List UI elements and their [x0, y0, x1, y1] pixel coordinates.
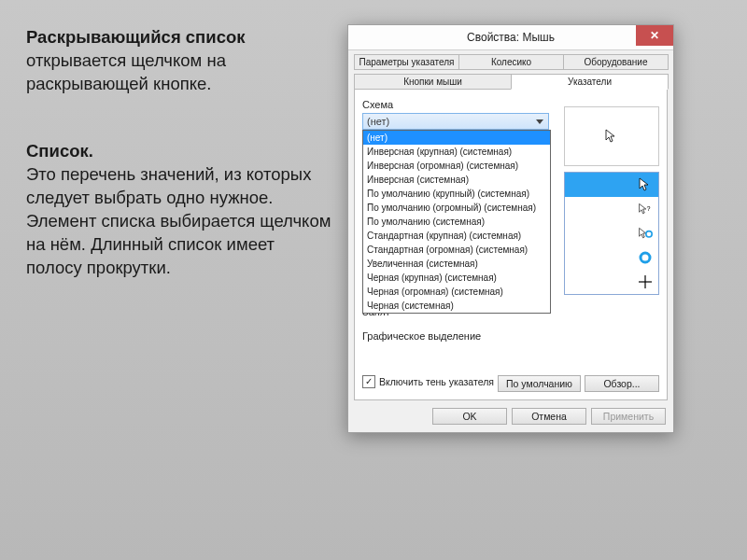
- tab-pointer-options[interactable]: Параметры указателя: [354, 54, 459, 70]
- schema-option[interactable]: Стандартная (огромная) (системная): [363, 243, 550, 257]
- schema-dropdown-list[interactable]: (нет) Инверсная (крупная) (системная) Ин…: [362, 130, 551, 314]
- dialog-footer: OK Отмена Применить: [348, 400, 673, 432]
- cancel-button[interactable]: Отмена: [512, 408, 586, 425]
- heading-list: Список.: [26, 141, 93, 161]
- enable-shadow-label: Включить тень указателя: [379, 376, 494, 387]
- tabs-row-2: Кнопки мыши Указатели: [354, 74, 668, 90]
- schema-option[interactable]: По умолчанию (крупный) (системная): [363, 187, 550, 201]
- window-title: Свойства: Мышь: [467, 31, 555, 44]
- busy-cursor-icon: [638, 250, 653, 265]
- svg-text:?: ?: [647, 204, 651, 213]
- precision-cursor-icon: [638, 274, 653, 289]
- browse-button[interactable]: Обзор...: [585, 375, 659, 392]
- schema-option[interactable]: (нет): [363, 131, 550, 145]
- cursor-list[interactable]: ?: [564, 172, 659, 295]
- cursor-preview: [564, 106, 659, 166]
- cursor-row-help[interactable]: ?: [565, 197, 658, 221]
- cursor-row-working[interactable]: [565, 221, 658, 245]
- schema-option[interactable]: Черная (системная): [363, 299, 550, 313]
- schema-dropdown-value: (нет): [367, 116, 389, 127]
- schema-option[interactable]: По умолчанию (огромный) (системная): [363, 201, 550, 215]
- tab-buttons[interactable]: Кнопки мыши: [354, 74, 512, 90]
- cursor-row-precision[interactable]: [565, 270, 658, 294]
- chevron-down-icon: [532, 115, 546, 128]
- apply-button[interactable]: Применить: [591, 408, 666, 425]
- schema-option[interactable]: Инверсная (огромная) (системная): [363, 159, 550, 173]
- titlebar[interactable]: Свойства: Мышь ✕: [348, 25, 673, 50]
- svg-point-2: [641, 253, 650, 262]
- svg-point-1: [646, 231, 652, 237]
- mouse-properties-dialog: Свойства: Мышь ✕ Параметры указателя Кол…: [347, 24, 674, 433]
- schema-option[interactable]: По умолчанию (системная): [363, 215, 550, 229]
- help-cursor-icon: ?: [638, 202, 653, 217]
- schema-option[interactable]: Инверсная (системная): [363, 173, 550, 187]
- heading-dropdown: Раскрывающийся список: [26, 27, 246, 47]
- arrow-cursor-icon: [638, 177, 653, 192]
- tabs-row-1: Параметры указателя Колесико Оборудовани…: [354, 54, 668, 70]
- schema-dropdown[interactable]: (нет) (нет) Инверсная (крупная) (системн…: [362, 113, 549, 130]
- tab-content-pointers: Схема (нет) (нет) Инверсная (крупная) (с…: [354, 90, 668, 400]
- close-button[interactable]: ✕: [636, 25, 673, 46]
- cursor-row-normal[interactable]: [565, 173, 658, 197]
- schema-option[interactable]: Стандартная (крупная) (системная): [363, 229, 550, 243]
- working-cursor-icon: [638, 226, 653, 241]
- cursor-row-busy[interactable]: [565, 245, 658, 270]
- tab-pointers[interactable]: Указатели: [511, 74, 669, 90]
- ok-button[interactable]: OK: [432, 408, 507, 425]
- tab-hardware[interactable]: Оборудование: [563, 54, 669, 70]
- body-list: Это перечень значений, из которых следуе…: [26, 164, 331, 277]
- schema-option[interactable]: Черная (крупная) (системная): [363, 271, 550, 285]
- body-dropdown: открывается щелчком на раскрывающей кноп…: [26, 50, 226, 93]
- enable-shadow-checkbox[interactable]: ✓: [362, 375, 375, 388]
- close-icon: ✕: [650, 29, 659, 42]
- schema-option[interactable]: Увеличенная (системная): [363, 257, 550, 271]
- checkmark-icon: ✓: [365, 377, 373, 386]
- arrow-cursor-icon: [604, 129, 619, 144]
- graphic-label: Графическое выделение: [362, 330, 481, 342]
- explanatory-text: Раскрывающийся список открывается щелчко…: [26, 26, 334, 301]
- default-button[interactable]: По умолчанию: [498, 375, 581, 392]
- tab-wheel[interactable]: Колесико: [458, 54, 564, 70]
- schema-option[interactable]: Инверсная (крупная) (системная): [363, 145, 550, 159]
- schema-option[interactable]: Черная (огромная) (системная): [363, 285, 550, 299]
